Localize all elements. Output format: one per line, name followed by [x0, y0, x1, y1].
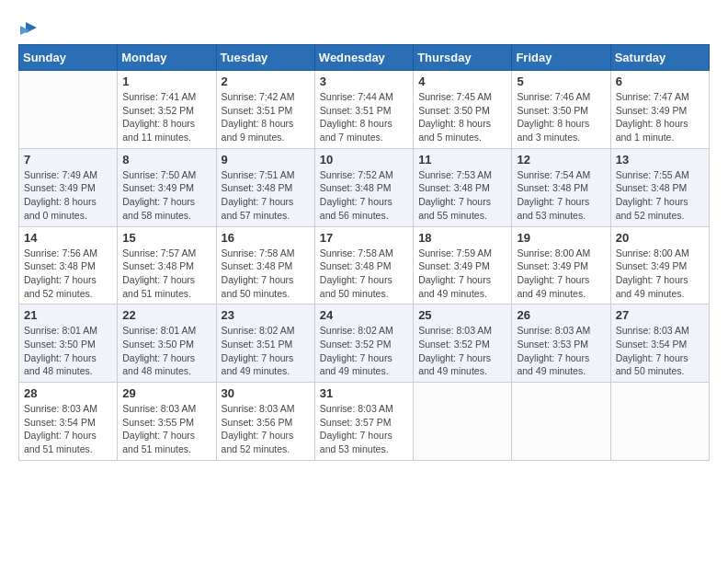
cell-content: Sunrise: 8:00 AM Sunset: 3:49 PM Dayligh…	[616, 247, 704, 301]
day-number: 26	[517, 308, 605, 322]
calendar-cell	[610, 383, 709, 461]
day-number: 16	[222, 231, 310, 245]
calendar-cell: 29Sunrise: 8:03 AM Sunset: 3:55 PM Dayli…	[118, 383, 216, 461]
day-number: 28	[24, 386, 112, 400]
day-number: 18	[418, 231, 506, 245]
cell-content: Sunrise: 8:03 AM Sunset: 3:54 PM Dayligh…	[616, 324, 704, 378]
day-number: 25	[418, 308, 506, 322]
day-number: 23	[222, 308, 310, 322]
day-number: 9	[222, 153, 310, 167]
day-number: 12	[517, 153, 605, 167]
calendar-cell: 7Sunrise: 7:49 AM Sunset: 3:49 PM Daylig…	[19, 148, 118, 226]
cell-content: Sunrise: 7:45 AM Sunset: 3:50 PM Dayligh…	[418, 90, 506, 144]
day-number: 27	[616, 308, 704, 322]
calendar-week-row: 14Sunrise: 7:56 AM Sunset: 3:48 PM Dayli…	[19, 226, 710, 304]
calendar-cell: 15Sunrise: 7:57 AM Sunset: 3:48 PM Dayli…	[118, 226, 216, 304]
cell-content: Sunrise: 8:01 AM Sunset: 3:50 PM Dayligh…	[24, 324, 112, 378]
day-number: 10	[320, 153, 408, 167]
column-header-friday: Friday	[512, 45, 610, 71]
calendar-cell: 10Sunrise: 7:52 AM Sunset: 3:48 PM Dayli…	[314, 148, 413, 226]
cell-content: Sunrise: 7:51 AM Sunset: 3:48 PM Dayligh…	[222, 168, 310, 223]
day-number: 8	[122, 153, 210, 167]
calendar-cell: 18Sunrise: 7:59 AM Sunset: 3:49 PM Dayli…	[414, 226, 512, 304]
calendar-cell: 8Sunrise: 7:50 AM Sunset: 3:49 PM Daylig…	[118, 148, 216, 226]
cell-content: Sunrise: 7:42 AM Sunset: 3:51 PM Dayligh…	[222, 90, 310, 144]
day-number: 29	[122, 386, 210, 400]
day-number: 6	[616, 75, 704, 88]
calendar-cell: 28Sunrise: 8:03 AM Sunset: 3:54 PM Dayli…	[19, 383, 118, 461]
cell-content: Sunrise: 8:03 AM Sunset: 3:55 PM Dayligh…	[122, 402, 210, 456]
calendar-cell: 14Sunrise: 7:56 AM Sunset: 3:48 PM Dayli…	[19, 226, 118, 304]
cell-content: Sunrise: 7:52 AM Sunset: 3:48 PM Dayligh…	[320, 168, 408, 223]
calendar-cell: 17Sunrise: 7:58 AM Sunset: 3:48 PM Dayli…	[314, 226, 413, 304]
cell-content: Sunrise: 7:47 AM Sunset: 3:49 PM Dayligh…	[616, 90, 704, 144]
calendar-cell	[19, 71, 118, 149]
cell-content: Sunrise: 8:02 AM Sunset: 3:51 PM Dayligh…	[222, 324, 310, 378]
calendar-cell: 20Sunrise: 8:00 AM Sunset: 3:49 PM Dayli…	[610, 226, 709, 304]
calendar-cell: 22Sunrise: 8:01 AM Sunset: 3:50 PM Dayli…	[118, 304, 216, 383]
column-header-monday: Monday	[118, 45, 216, 71]
day-number: 2	[222, 75, 310, 88]
column-header-saturday: Saturday	[610, 45, 709, 71]
cell-content: Sunrise: 7:50 AM Sunset: 3:49 PM Dayligh…	[122, 168, 210, 223]
day-number: 3	[320, 75, 408, 88]
cell-content: Sunrise: 8:01 AM Sunset: 3:50 PM Dayligh…	[122, 324, 210, 378]
cell-content: Sunrise: 7:49 AM Sunset: 3:49 PM Dayligh…	[24, 168, 112, 223]
cell-content: Sunrise: 8:03 AM Sunset: 3:54 PM Dayligh…	[24, 402, 112, 456]
calendar-cell: 2Sunrise: 7:42 AM Sunset: 3:51 PM Daylig…	[216, 71, 314, 149]
calendar-cell: 30Sunrise: 8:03 AM Sunset: 3:56 PM Dayli…	[216, 383, 314, 461]
calendar-cell: 23Sunrise: 8:02 AM Sunset: 3:51 PM Dayli…	[216, 304, 314, 383]
day-number: 20	[616, 231, 704, 245]
day-number: 19	[517, 231, 605, 245]
calendar-cell: 26Sunrise: 8:03 AM Sunset: 3:53 PM Dayli…	[512, 304, 610, 383]
cell-content: Sunrise: 7:44 AM Sunset: 3:51 PM Dayligh…	[320, 90, 408, 144]
cell-content: Sunrise: 7:53 AM Sunset: 3:48 PM Dayligh…	[418, 168, 506, 223]
day-number: 5	[517, 75, 605, 88]
cell-content: Sunrise: 7:56 AM Sunset: 3:48 PM Dayligh…	[24, 247, 112, 301]
calendar-week-row: 1Sunrise: 7:41 AM Sunset: 3:52 PM Daylig…	[19, 71, 710, 149]
day-number: 30	[222, 386, 310, 400]
day-number: 11	[418, 153, 506, 167]
cell-content: Sunrise: 7:57 AM Sunset: 3:48 PM Dayligh…	[122, 247, 210, 301]
svg-marker-0	[26, 22, 37, 33]
calendar-cell: 1Sunrise: 7:41 AM Sunset: 3:52 PM Daylig…	[118, 71, 216, 149]
logo-icon	[18, 18, 39, 39]
day-number: 22	[122, 308, 210, 322]
column-header-wednesday: Wednesday	[314, 45, 413, 71]
calendar-cell: 11Sunrise: 7:53 AM Sunset: 3:48 PM Dayli…	[414, 148, 512, 226]
calendar-cell: 9Sunrise: 7:51 AM Sunset: 3:48 PM Daylig…	[216, 148, 314, 226]
calendar-cell: 12Sunrise: 7:54 AM Sunset: 3:48 PM Dayli…	[512, 148, 610, 226]
cell-content: Sunrise: 8:03 AM Sunset: 3:56 PM Dayligh…	[222, 402, 310, 456]
calendar-cell: 16Sunrise: 7:58 AM Sunset: 3:48 PM Dayli…	[216, 226, 314, 304]
cell-content: Sunrise: 8:03 AM Sunset: 3:57 PM Dayligh…	[320, 402, 408, 456]
calendar-cell: 13Sunrise: 7:55 AM Sunset: 3:48 PM Dayli…	[610, 148, 709, 226]
cell-content: Sunrise: 7:54 AM Sunset: 3:48 PM Dayligh…	[517, 168, 605, 223]
cell-content: Sunrise: 8:02 AM Sunset: 3:52 PM Dayligh…	[320, 324, 408, 378]
calendar-cell: 5Sunrise: 7:46 AM Sunset: 3:50 PM Daylig…	[512, 71, 610, 149]
column-header-tuesday: Tuesday	[216, 45, 314, 71]
day-number: 15	[122, 231, 210, 245]
column-header-sunday: Sunday	[19, 45, 118, 71]
calendar-table: SundayMondayTuesdayWednesdayThursdayFrid…	[18, 44, 710, 461]
column-header-thursday: Thursday	[414, 45, 512, 71]
day-number: 24	[320, 308, 408, 322]
page-header	[18, 18, 710, 35]
calendar-cell: 31Sunrise: 8:03 AM Sunset: 3:57 PM Dayli…	[314, 383, 413, 461]
day-number: 4	[418, 75, 506, 88]
cell-content: Sunrise: 7:41 AM Sunset: 3:52 PM Dayligh…	[122, 90, 210, 144]
day-number: 14	[24, 231, 112, 245]
cell-content: Sunrise: 8:03 AM Sunset: 3:53 PM Dayligh…	[517, 324, 605, 378]
cell-content: Sunrise: 7:59 AM Sunset: 3:49 PM Dayligh…	[418, 247, 506, 301]
cell-content: Sunrise: 8:00 AM Sunset: 3:49 PM Dayligh…	[517, 247, 605, 301]
calendar-cell: 21Sunrise: 8:01 AM Sunset: 3:50 PM Dayli…	[19, 304, 118, 383]
day-number: 7	[24, 153, 112, 167]
calendar-cell: 19Sunrise: 8:00 AM Sunset: 3:49 PM Dayli…	[512, 226, 610, 304]
cell-content: Sunrise: 7:46 AM Sunset: 3:50 PM Dayligh…	[517, 90, 605, 144]
calendar-cell: 25Sunrise: 8:03 AM Sunset: 3:52 PM Dayli…	[414, 304, 512, 383]
calendar-cell: 3Sunrise: 7:44 AM Sunset: 3:51 PM Daylig…	[314, 71, 413, 149]
calendar-header-row: SundayMondayTuesdayWednesdayThursdayFrid…	[19, 45, 710, 71]
day-number: 31	[320, 386, 408, 400]
cell-content: Sunrise: 8:03 AM Sunset: 3:52 PM Dayligh…	[418, 324, 506, 378]
cell-content: Sunrise: 7:58 AM Sunset: 3:48 PM Dayligh…	[222, 247, 310, 301]
calendar-cell	[414, 383, 512, 461]
